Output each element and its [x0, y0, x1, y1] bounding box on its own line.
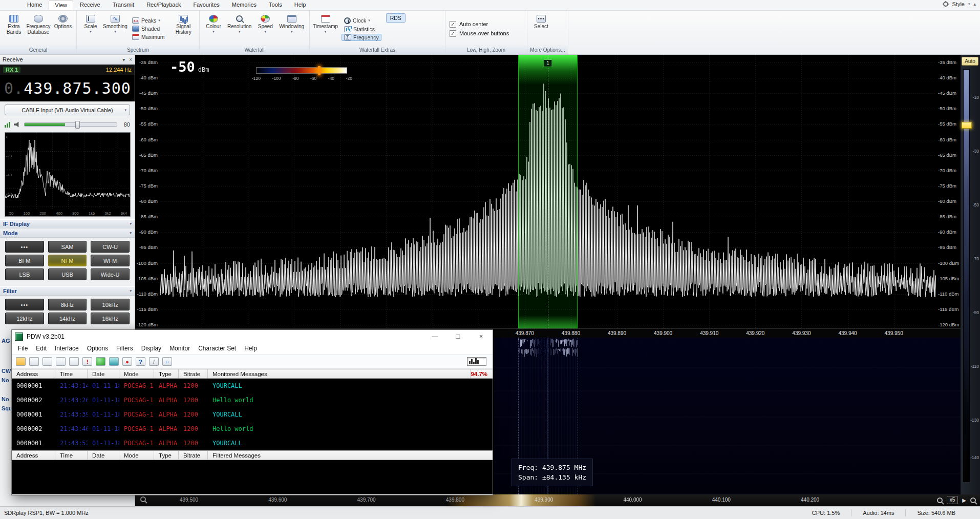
range-slider-track[interactable]: [963, 69, 970, 482]
pdw-column-date[interactable]: Date: [88, 369, 119, 378]
pdw-menu-monitor[interactable]: Monitor: [165, 343, 194, 354]
pdw-column-mode[interactable]: Mode: [119, 451, 154, 460]
pdw-column-date[interactable]: Date: [88, 451, 119, 460]
pdw-column-address[interactable]: Address: [12, 451, 55, 460]
auto-range-button[interactable]: Auto: [962, 57, 978, 66]
close-icon[interactable]: ×: [129, 57, 132, 63]
pdw-menu-character-set[interactable]: Character Set: [194, 343, 240, 354]
pdw-column-filtered-messages[interactable]: Filtered Messages: [208, 451, 493, 460]
signal-marker-badge[interactable]: 1: [544, 59, 552, 67]
volume-slider-thumb[interactable]: [75, 121, 80, 129]
pdw-message-row[interactable]: 000000221:43:2601-11-18POCSAG-1ALPHA1200…: [12, 393, 493, 407]
open-icon[interactable]: [16, 357, 26, 366]
zoom-factor-badge[interactable]: x5: [947, 496, 958, 504]
shaded-toggle[interactable]: Shaded: [130, 25, 167, 32]
pdw-message-row[interactable]: 000000121:43:3901-11-18POCSAG-1ALPHA1200…: [12, 407, 493, 422]
help-icon[interactable]: ?: [136, 357, 145, 366]
statistics-toggle[interactable]: Statistics: [342, 26, 381, 33]
menu-tab-transmit[interactable]: Transmit: [107, 1, 140, 10]
pdw-message-row[interactable]: 000000121:43:5201-11-18POCSAG-1ALPHA1200…: [12, 436, 493, 450]
mode-button-cw-u[interactable]: CW-U: [91, 241, 130, 253]
frequency-toggle[interactable]: Frequency: [342, 34, 381, 41]
colour-button[interactable]: Colour▾: [202, 12, 225, 45]
pdw-column-mode[interactable]: Mode: [119, 369, 154, 378]
pdw-filtered-list[interactable]: [12, 460, 493, 494]
chevron-down-icon[interactable]: ▾: [122, 57, 125, 63]
range-slider-handle[interactable]: [962, 122, 972, 129]
online-icon[interactable]: [96, 357, 105, 366]
menu-tab-view[interactable]: View: [49, 1, 73, 10]
pdw-menu-display[interactable]: Display: [137, 343, 165, 354]
section-header-if-display[interactable]: IF Display▾: [0, 219, 135, 229]
signal-history-button[interactable]: Signal History: [170, 12, 197, 45]
pdw-message-row[interactable]: 000000221:43:4601-11-18POCSAG-1ALPHA1200…: [12, 422, 493, 436]
menu-tab-home[interactable]: Home: [22, 1, 48, 10]
section-header-mode[interactable]: Mode▾: [0, 229, 135, 238]
pdw-column-bitrate[interactable]: Bitrate: [179, 451, 208, 460]
menu-tab-favourites[interactable]: Favourites: [187, 1, 225, 10]
mode-button-usb[interactable]: USB: [48, 268, 87, 280]
pdw-title-bar[interactable]: PDW v3.2b01 —□×: [12, 330, 493, 343]
extra-bands-button[interactable]: Extra Bands: [2, 12, 26, 45]
windowing-button[interactable]: Windowing▾: [278, 12, 305, 45]
pdw-menu-file[interactable]: File: [14, 343, 32, 354]
smoothing-button[interactable]: Smoothing▾: [103, 12, 127, 45]
record-icon[interactable]: ●: [122, 357, 132, 366]
mode-button-sam[interactable]: SAM: [48, 241, 87, 253]
mode-button-wfm[interactable]: WFM: [91, 255, 130, 266]
checkbox-icon[interactable]: [450, 30, 456, 37]
scale-button[interactable]: Scale▾: [79, 12, 102, 45]
speed-button[interactable]: Speed▾: [253, 12, 277, 45]
menu-tab-help[interactable]: Help: [289, 1, 312, 10]
mode-button-bfm[interactable]: BFM: [5, 255, 44, 266]
band-overview-scale[interactable]: x5 ▶ 439.500439.600439.700439.800439.900…: [135, 494, 980, 506]
checkbox-icon[interactable]: [450, 21, 456, 28]
mode-button-nfm[interactable]: NFM: [48, 255, 87, 266]
frequency-database-button[interactable]: Frequency Database: [27, 12, 50, 45]
scroll-right-icon[interactable]: ▶: [962, 497, 966, 503]
pdw-column-type[interactable]: Type: [154, 451, 179, 460]
select-button[interactable]: Select: [529, 12, 553, 45]
filter-button-more[interactable]: •••: [5, 299, 44, 310]
pdw-column-time[interactable]: Time: [55, 451, 88, 460]
menu-tab-receive[interactable]: Receive: [74, 1, 106, 10]
filter-button-8khz[interactable]: 8kHz: [48, 299, 87, 310]
collapse-ribbon-icon[interactable]: ▴: [973, 2, 976, 7]
zoom-region-highlight[interactable]: [446, 494, 596, 506]
mode-button-lsb[interactable]: LSB: [5, 268, 44, 280]
frequency-display[interactable]: 0.439.875.300: [0, 75, 135, 101]
paste-icon[interactable]: [56, 357, 66, 366]
filter-button-10khz[interactable]: 10kHz: [91, 299, 130, 310]
pdw-column-type[interactable]: Type: [154, 369, 179, 378]
section-header-filter[interactable]: Filter▾: [0, 286, 135, 296]
maximize-icon[interactable]: □: [446, 330, 470, 343]
auto-center-checkbox-row[interactable]: Auto center: [450, 21, 509, 28]
timestamp-button[interactable]: Timestamp▾: [312, 12, 339, 45]
waterfall-palette-bar[interactable]: [256, 67, 347, 74]
audio-device-select[interactable]: CABLE Input (VB-Audio Virtual Cable) ▾: [5, 105, 130, 115]
menu-tab-memories[interactable]: Memories: [226, 1, 262, 10]
pdw-message-list[interactable]: 000000121:43:1401-11-18POCSAG-1ALPHA1200…: [12, 379, 493, 450]
filter-button-16khz[interactable]: 16kHz: [91, 313, 130, 324]
pdw-column-time[interactable]: Time: [55, 369, 88, 378]
mode-button-wide-u[interactable]: Wide-U: [91, 268, 130, 280]
pdw-menu-options[interactable]: Options: [83, 343, 112, 354]
options-button[interactable]: Options: [51, 12, 75, 45]
alert-icon[interactable]: !: [82, 357, 92, 366]
pdw-window[interactable]: PDW v3.2b01 —□× FileEditInterfaceOptions…: [11, 329, 493, 495]
zoom-in-icon[interactable]: [937, 497, 943, 503]
close-icon[interactable]: ×: [470, 330, 493, 343]
save-icon[interactable]: [29, 357, 39, 366]
copy-icon[interactable]: [42, 357, 52, 366]
spectrum-plot[interactable]: 1 -50 dBm -120-100-80-60-40-20: [160, 55, 936, 328]
filter-button-12khz[interactable]: 12kHz: [5, 313, 44, 324]
zoom-out-icon[interactable]: [140, 496, 146, 502]
blocked-icon[interactable]: /: [149, 357, 159, 366]
pdw-menu-edit[interactable]: Edit: [32, 343, 51, 354]
maximum-toggle[interactable]: Maximum: [130, 33, 167, 40]
clock-toggle[interactable]: Clock▾: [342, 17, 381, 25]
screen-icon[interactable]: [109, 357, 119, 366]
speaker-icon[interactable]: [14, 121, 20, 128]
pdw-message-row[interactable]: 000000121:43:1401-11-18POCSAG-1ALPHA1200…: [12, 379, 493, 393]
pdw-menu-interface[interactable]: Interface: [51, 343, 83, 354]
